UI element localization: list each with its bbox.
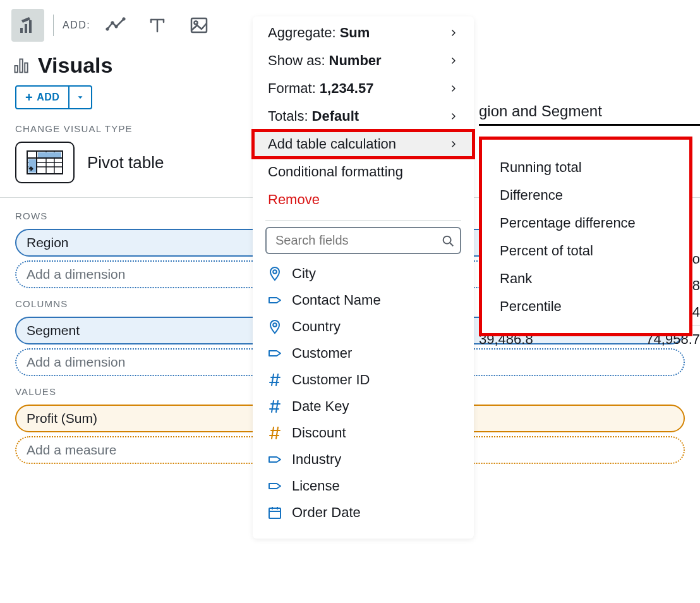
field-item-country[interactable]: Country <box>253 314 474 340</box>
menu-totals[interactable]: Totals: Default <box>253 102 474 130</box>
field-label: Contact Name <box>292 292 381 308</box>
tag-icon <box>267 451 283 468</box>
field-item-date-key[interactable]: Date Key <box>253 393 474 420</box>
field-item-city[interactable]: City <box>253 260 474 287</box>
search-fields-wrap <box>265 227 461 254</box>
hash-b-icon <box>267 398 283 415</box>
field-label: City <box>292 265 316 282</box>
table-title-fragment: gion and Segment <box>479 102 700 126</box>
separator <box>53 15 54 36</box>
tag-icon <box>267 345 283 362</box>
tag-icon <box>267 478 283 494</box>
search-fields-input[interactable] <box>265 227 461 254</box>
menu-add-table-calculation[interactable]: Add table calculation <box>253 130 474 158</box>
submenu-item-running-total[interactable]: Running total <box>482 154 689 181</box>
add-image-button[interactable] <box>183 9 215 42</box>
field-label: Order Date <box>292 504 361 521</box>
menu-aggregate[interactable]: Aggregate: Sum <box>253 19 474 47</box>
cal-icon <box>267 504 283 521</box>
field-label: Discount <box>292 425 346 441</box>
hash-b-icon <box>267 372 283 388</box>
add-text-button[interactable] <box>141 9 174 42</box>
pivot-table-thumb[interactable] <box>15 142 75 183</box>
field-list: CityContact NameCountryCustomerCustomer … <box>253 260 474 526</box>
add-line-chart-button[interactable] <box>99 9 132 42</box>
visual-type-name: Pivot table <box>87 153 164 173</box>
field-item-discount[interactable]: Discount <box>253 420 474 446</box>
add-label: ADD: <box>63 20 90 31</box>
table-calculation-submenu: Running totalDifferencePercentage differ… <box>479 137 692 336</box>
field-label: Industry <box>292 451 341 468</box>
menu-format[interactable]: Format: 1,234.57 <box>253 75 474 102</box>
add-visual-button[interactable]: +ADD <box>15 85 69 109</box>
plus-icon: + <box>25 91 33 104</box>
field-label: Country <box>292 319 341 335</box>
submenu-item-percent-of-total[interactable]: Percent of total <box>482 237 689 265</box>
add-visual-split-button: +ADD <box>15 85 92 109</box>
field-item-industry[interactable]: Industry <box>253 446 474 473</box>
chevron-right-icon <box>449 28 459 38</box>
tag-icon <box>267 292 283 308</box>
submenu-item-rank[interactable]: Rank <box>482 265 689 293</box>
add-visual-dropdown[interactable] <box>69 85 92 109</box>
chevron-right-icon <box>449 139 459 149</box>
search-icon <box>441 234 455 248</box>
menu-conditional-formatting[interactable]: Conditional formatting <box>253 158 474 186</box>
field-label: Customer ID <box>292 372 370 388</box>
pin-icon <box>267 319 283 335</box>
menu-remove[interactable]: Remove <box>253 186 474 214</box>
field-item-license[interactable]: License <box>253 473 474 499</box>
chevron-right-icon <box>449 83 459 94</box>
submenu-item-percentage-difference[interactable]: Percentage difference <box>482 209 689 237</box>
field-label: Customer <box>292 345 352 362</box>
menu-show-as[interactable]: Show as: Number <box>253 47 474 75</box>
submenu-item-percentile[interactable]: Percentile <box>482 293 689 320</box>
bars-icon <box>13 57 30 75</box>
chart-edit-button[interactable] <box>11 9 44 42</box>
visuals-title: Visuals <box>38 53 112 78</box>
menu-separator <box>265 220 461 221</box>
chevron-right-icon <box>449 111 459 121</box>
submenu-item-difference[interactable]: Difference <box>482 181 689 209</box>
field-label: License <box>292 478 340 494</box>
hash-o-icon <box>267 425 283 441</box>
field-item-customer-id[interactable]: Customer ID <box>253 367 474 393</box>
pin-icon <box>267 265 283 282</box>
field-label: Date Key <box>292 398 349 415</box>
field-context-menu: Aggregate: Sum Show as: Number Format: 1… <box>253 16 474 539</box>
field-item-customer[interactable]: Customer <box>253 340 474 367</box>
chevron-right-icon <box>449 56 459 66</box>
field-item-order-date[interactable]: Order Date <box>253 499 474 526</box>
field-item-contact-name[interactable]: Contact Name <box>253 287 474 314</box>
